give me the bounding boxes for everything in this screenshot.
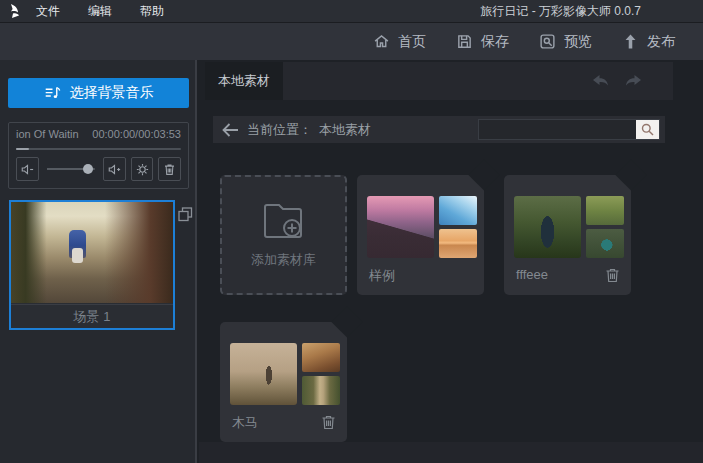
select-background-music-label: 选择背景音乐 <box>70 84 154 102</box>
home-icon <box>373 33 390 50</box>
publish-icon <box>622 33 639 50</box>
menu-help[interactable]: 帮助 <box>126 0 178 22</box>
menu-file[interactable]: 文件 <box>22 0 74 22</box>
menu-edit[interactable]: 编辑 <box>74 0 126 22</box>
delete-folder-icon[interactable] <box>321 414 336 430</box>
folder-corner-notch <box>331 306 362 337</box>
folder-corner-notch <box>615 159 646 190</box>
folder-label: fffeee <box>516 267 548 282</box>
folder-card-fffeee[interactable]: fffeee <box>504 175 631 295</box>
search-icon <box>641 123 654 136</box>
save-icon <box>456 33 473 50</box>
folder-corner-notch <box>468 159 499 190</box>
search-box <box>478 119 660 140</box>
add-material-library-label: 添加素材库 <box>251 251 316 269</box>
scene-thumbnail <box>11 202 173 303</box>
track-progress-bar[interactable] <box>16 148 181 150</box>
publish-label: 发布 <box>647 33 675 51</box>
scene-thumbnail-detail <box>72 248 83 263</box>
music-delete-button[interactable] <box>158 157 181 181</box>
trash-icon <box>162 162 177 177</box>
delete-folder-icon[interactable] <box>605 267 620 283</box>
current-location-label: 当前位置： <box>247 121 312 139</box>
save-label: 保存 <box>481 33 509 51</box>
main-toolbar: 首页 保存 预览 发布 <box>0 22 703 60</box>
bottom-strip <box>199 442 703 463</box>
volume-minus-icon <box>20 162 35 177</box>
gear-icon <box>135 162 150 177</box>
volume-up-button[interactable] <box>103 157 126 181</box>
sidebar: 选择背景音乐 ion Of Waitin 00:00:00/00:03:53 <box>0 60 197 463</box>
folder-label: 样例 <box>369 267 395 285</box>
scene-card-1[interactable]: 场景 1 <box>9 200 175 330</box>
undo-icon[interactable] <box>591 71 611 91</box>
music-player-panel: ion Of Waitin 00:00:00/00:03:53 <box>8 122 189 189</box>
home-button[interactable]: 首页 <box>373 33 426 51</box>
preview-label: 预览 <box>564 33 592 51</box>
thumb-tree-lined-path <box>302 376 340 405</box>
search-input[interactable] <box>479 120 636 139</box>
thumb-blue-sky-clouds <box>439 196 477 225</box>
window-title: 旅行日记 - 万彩影像大师 0.0.7 <box>480 0 641 22</box>
folder-plus-icon <box>261 201 307 241</box>
scene-label: 场景 1 <box>11 304 173 328</box>
home-label: 首页 <box>398 33 426 51</box>
thumb-mountain-sunset <box>367 196 434 258</box>
track-progress-fill <box>16 148 29 150</box>
publish-button[interactable]: 发布 <box>622 33 675 51</box>
menu-bar: 文件 编辑 帮助 旅行日记 - 万彩影像大师 0.0.7 <box>0 0 703 22</box>
volume-down-button[interactable] <box>16 157 39 181</box>
thumb-woman-by-hedge <box>514 196 581 258</box>
folder-card-muma[interactable]: 木马 <box>220 322 347 442</box>
folder-label: 木马 <box>232 414 258 432</box>
thumb-autumn-horse <box>302 343 340 372</box>
preview-icon <box>539 33 556 50</box>
music-note-icon <box>44 85 61 102</box>
volume-plus-icon <box>107 162 122 177</box>
breadcrumb-bar: 当前位置： 本地素材 <box>213 116 665 143</box>
duplicate-scene-icon[interactable] <box>178 207 193 222</box>
preview-button[interactable]: 预览 <box>539 33 592 51</box>
app-logo-icon <box>8 3 22 19</box>
thumb-person-dusty-field <box>230 343 297 405</box>
track-time: 00:00:00/00:03:53 <box>92 128 181 140</box>
main-area: 本地素材 当前位置： 本地素材 <box>199 60 703 463</box>
thumb-woman-in-plants <box>586 229 624 258</box>
folder-card-sample[interactable]: 样例 <box>357 175 484 295</box>
add-material-library-card[interactable]: 添加素材库 <box>220 175 347 295</box>
save-button[interactable]: 保存 <box>456 33 509 51</box>
tab-local-materials[interactable]: 本地素材 <box>205 62 283 100</box>
search-button[interactable] <box>636 120 659 139</box>
music-settings-button[interactable] <box>131 157 154 181</box>
tab-strip: 本地素材 <box>205 62 673 100</box>
back-arrow-icon[interactable] <box>222 123 239 137</box>
app-window: 文件 编辑 帮助 旅行日记 - 万彩影像大师 0.0.7 首页 保存 预览 <box>0 0 703 463</box>
volume-slider-fill <box>47 168 88 170</box>
current-location-value: 本地素材 <box>319 121 371 139</box>
thumb-woman-in-field <box>586 196 624 225</box>
volume-slider[interactable] <box>47 168 96 170</box>
track-name: ion Of Waitin <box>16 128 79 140</box>
select-background-music-button[interactable]: 选择背景音乐 <box>8 78 189 108</box>
redo-icon[interactable] <box>623 71 643 91</box>
thumb-sunset-over-sea <box>439 229 477 258</box>
